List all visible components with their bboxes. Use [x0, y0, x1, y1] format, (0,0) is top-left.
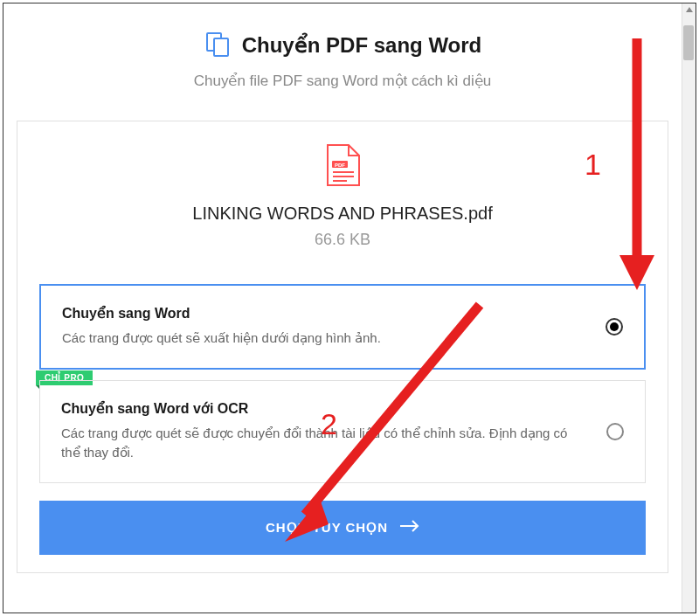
arrow-right-icon [400, 520, 419, 535]
scroll-up-icon [686, 7, 693, 12]
radio-unselected[interactable] [606, 423, 624, 440]
option-title: Chuyển sang Word với OCR [61, 400, 624, 417]
pdf-file-icon: PDF [39, 143, 646, 190]
option-desc: Các trang được quét sẽ được chuyển đổi t… [61, 424, 624, 463]
file-size: 66.6 KB [39, 231, 646, 249]
annotation-label-1: 1 [585, 148, 601, 182]
option-convert-to-word-ocr[interactable]: Chuyển sang Word với OCR Các trang được … [39, 380, 646, 483]
choose-option-button[interactable]: CHỌN TÙY CHỌN [39, 501, 646, 555]
radio-selected[interactable] [606, 318, 623, 336]
scrollbar[interactable] [682, 3, 696, 613]
option-desc: Các trang được quét sẽ xuất hiện dưới dạ… [62, 329, 623, 349]
svg-text:PDF: PDF [335, 163, 345, 168]
page-subtitle: Chuyển file PDF sang Word một cách kì di… [17, 72, 668, 90]
pdf-to-word-icon [204, 30, 232, 61]
scrollbar-thumb[interactable] [683, 25, 694, 60]
annotation-label-2: 2 [321, 407, 337, 441]
file-info: PDF LINKING WORDS AND PHRASES.pdf 66.6 K… [39, 143, 646, 249]
option-convert-to-word[interactable]: Chuyển sang Word Các trang được quét sẽ … [39, 284, 646, 370]
radio-dot-icon [610, 322, 619, 331]
svg-rect-1 [214, 38, 228, 56]
option-title: Chuyển sang Word [62, 305, 623, 322]
page-title: Chuyển PDF sang Word [242, 33, 482, 58]
file-name: LINKING WORDS AND PHRASES.pdf [39, 204, 646, 224]
cta-label: CHỌN TÙY CHỌN [266, 520, 388, 536]
conversion-card: PDF LINKING WORDS AND PHRASES.pdf 66.6 K… [17, 121, 668, 573]
page-header: Chuyển PDF sang Word Chuyển file PDF san… [17, 30, 668, 90]
